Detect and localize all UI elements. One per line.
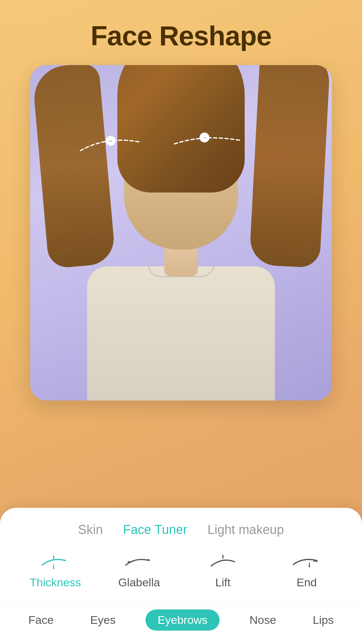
hair-left — [32, 65, 116, 269]
svg-marker-7 — [53, 568, 55, 569]
hair-right — [249, 65, 331, 268]
eyebrow-annotation-svg: ↔ ↔ — [74, 132, 255, 159]
tool-glabella[interactable]: Glabella — [112, 553, 166, 589]
bottom-cat-face[interactable]: Face — [22, 610, 61, 630]
tool-end[interactable]: End — [280, 553, 334, 589]
svg-text:↔: ↔ — [202, 135, 207, 140]
bottom-cat-nose[interactable]: Nose — [243, 610, 283, 630]
svg-marker-17 — [308, 566, 310, 568]
tool-thickness[interactable]: Thickness — [28, 553, 82, 589]
thickness-icon — [40, 553, 70, 571]
page-title: Face Reshape — [90, 20, 272, 52]
bottom-categories: Face Eyes Eyebrows Nose Lips — [0, 602, 362, 634]
tab-light-makeup[interactable]: Light makeup — [207, 520, 284, 540]
tool-lift[interactable]: Lift — [196, 553, 250, 589]
tool-lift-label: Lift — [215, 576, 230, 589]
tool-options: Thickness Glabella — [0, 553, 362, 589]
tool-thickness-label: Thickness — [29, 576, 81, 589]
lift-icon — [208, 553, 238, 571]
photo-card: ↔ ↔ — [30, 65, 332, 400]
tool-end-label: End — [297, 576, 317, 589]
tool-glabella-label: Glabella — [118, 576, 160, 589]
hair-main — [117, 65, 245, 193]
glabella-icon — [124, 553, 154, 571]
end-icon — [292, 553, 322, 571]
svg-marker-9 — [127, 561, 129, 563]
svg-marker-13 — [222, 554, 224, 557]
tab-face-tuner[interactable]: Face Tuner — [123, 520, 187, 540]
photo-background: ↔ ↔ — [30, 65, 332, 400]
category-tabs: Skin Face Tuner Light makeup — [0, 520, 362, 540]
svg-text:↔: ↔ — [108, 138, 113, 144]
body-shape — [87, 266, 275, 400]
bottom-panel: Skin Face Tuner Light makeup Thickness — [0, 508, 362, 644]
svg-marker-5 — [53, 555, 55, 557]
bottom-cat-eyes[interactable]: Eyes — [83, 610, 122, 630]
bottom-cat-lips[interactable]: Lips — [306, 610, 340, 630]
bottom-cat-eyebrows[interactable]: Eyebrows — [145, 609, 220, 631]
tab-skin[interactable]: Skin — [78, 520, 103, 540]
